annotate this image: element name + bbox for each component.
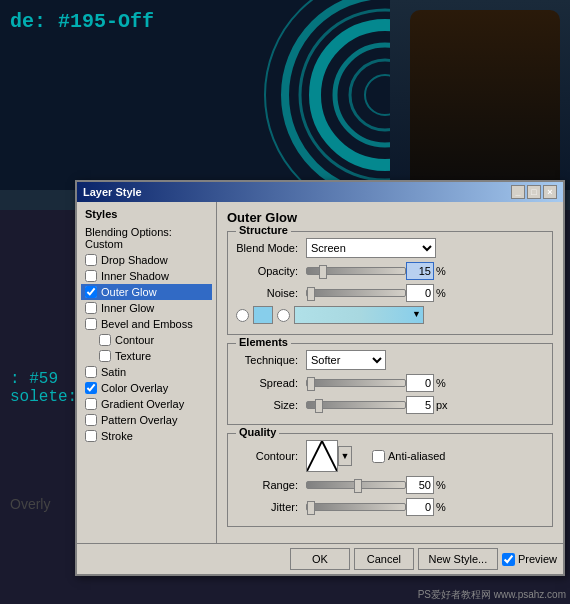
size-slider[interactable]: [306, 401, 406, 409]
svg-rect-7: [307, 441, 337, 471]
styles-header: Styles: [81, 206, 212, 222]
range-input[interactable]: 50: [406, 476, 434, 494]
size-row: Size: 5 px: [236, 396, 544, 414]
person-area: [390, 0, 570, 200]
dialog-title: Layer Style: [83, 186, 142, 198]
cancel-button[interactable]: Cancel: [354, 548, 414, 570]
contour-checkbox[interactable]: [99, 334, 111, 346]
elements-label: Elements: [236, 336, 291, 348]
anti-aliased-label: Anti-aliased: [372, 450, 445, 463]
sidebar-item-stroke[interactable]: Stroke: [81, 428, 212, 444]
sidebar-item-color-overlay[interactable]: Color Overlay: [81, 380, 212, 396]
gradient-overlay-checkbox[interactable]: [85, 398, 97, 410]
contour-row: Contour: ▼ Anti-aliased: [236, 440, 544, 472]
preview-checkbox[interactable]: [502, 553, 515, 566]
range-unit: %: [436, 479, 446, 491]
section-title: Outer Glow: [227, 210, 553, 225]
structure-group: Structure Blend Mode: Screen Normal Mult…: [227, 231, 553, 335]
opacity-label: Opacity:: [236, 265, 306, 277]
range-slider[interactable]: [306, 481, 406, 489]
minimize-button[interactable]: _: [511, 185, 525, 199]
gradient-swatch[interactable]: ▼: [294, 306, 424, 324]
noise-slider[interactable]: [306, 289, 406, 297]
quality-label: Quality: [236, 426, 279, 438]
bevel-emboss-checkbox[interactable]: [85, 318, 97, 330]
size-input[interactable]: 5: [406, 396, 434, 414]
dialog-footer: OK Cancel New Style... Preview: [77, 543, 563, 574]
blend-mode-select[interactable]: Screen Normal Multiply: [306, 238, 436, 258]
inner-shadow-checkbox[interactable]: [85, 270, 97, 282]
close-button[interactable]: ×: [543, 185, 557, 199]
noise-label: Noise:: [236, 287, 306, 299]
size-unit: px: [436, 399, 448, 411]
anti-aliased-checkbox[interactable]: [372, 450, 385, 463]
sidebar-item-inner-glow[interactable]: Inner Glow: [81, 300, 212, 316]
technique-label: Technique:: [236, 354, 306, 366]
sidebar-item-bevel-emboss[interactable]: Bevel and Emboss: [81, 316, 212, 332]
size-label: Size:: [236, 399, 306, 411]
dialog-titlebar: Layer Style _ □ ×: [77, 182, 563, 202]
quality-group: Quality Contour: ▼: [227, 433, 553, 527]
spread-input[interactable]: 0: [406, 374, 434, 392]
spread-unit: %: [436, 377, 446, 389]
sidebar-item-gradient-overlay[interactable]: Gradient Overlay: [81, 396, 212, 412]
gradient-arrow-icon: ▼: [412, 309, 421, 319]
contour-thumbnail[interactable]: [306, 440, 338, 472]
outer-glow-checkbox[interactable]: [85, 286, 97, 298]
contour-dropdown-button[interactable]: ▼: [338, 446, 352, 466]
spread-label: Spread:: [236, 377, 306, 389]
contour-svg: [307, 441, 337, 471]
spread-slider[interactable]: [306, 379, 406, 387]
bg-text1: de: #195-Off: [10, 10, 154, 33]
texture-checkbox[interactable]: [99, 350, 111, 362]
elements-group: Elements Technique: Softer Precise Sprea…: [227, 343, 553, 425]
watermark: PS爱好者教程网 www.psahz.com: [418, 588, 566, 602]
layer-style-dialog: Layer Style _ □ × Styles Blending Option…: [75, 180, 565, 576]
stroke-checkbox[interactable]: [85, 430, 97, 442]
color-row: ▼: [236, 306, 544, 324]
bg-text2: : #59 solete:: [10, 370, 77, 406]
maximize-button[interactable]: □: [527, 185, 541, 199]
structure-label: Structure: [236, 224, 291, 236]
gradient-radio[interactable]: [277, 309, 290, 322]
sidebar-item-contour[interactable]: Contour: [81, 332, 212, 348]
sidebar-item-blending-options[interactable]: Blending Options: Custom: [81, 224, 212, 252]
range-label: Range:: [236, 479, 306, 491]
sidebar-item-texture[interactable]: Texture: [81, 348, 212, 364]
opacity-input[interactable]: 15: [406, 262, 434, 280]
technique-row: Technique: Softer Precise: [236, 350, 544, 370]
sidebar-item-drop-shadow[interactable]: Drop Shadow: [81, 252, 212, 268]
jitter-input[interactable]: 0: [406, 498, 434, 516]
sidebar-item-inner-shadow[interactable]: Inner Shadow: [81, 268, 212, 284]
opacity-slider[interactable]: [306, 267, 406, 275]
solid-radio[interactable]: [236, 309, 249, 322]
sidebar-item-pattern-overlay[interactable]: Pattern Overlay: [81, 412, 212, 428]
range-row: Range: 50 %: [236, 476, 544, 494]
titlebar-buttons: _ □ ×: [511, 185, 557, 199]
preview-text: Preview: [518, 553, 557, 565]
sidebar-item-outer-glow[interactable]: Outer Glow: [81, 284, 212, 300]
inner-glow-checkbox[interactable]: [85, 302, 97, 314]
color-swatch[interactable]: [253, 306, 273, 324]
sidebar-item-satin[interactable]: Satin: [81, 364, 212, 380]
blend-mode-row: Blend Mode: Screen Normal Multiply: [236, 238, 544, 258]
opacity-unit: %: [436, 265, 446, 277]
satin-checkbox[interactable]: [85, 366, 97, 378]
overlay-text: Overly: [10, 496, 50, 512]
pattern-overlay-checkbox[interactable]: [85, 414, 97, 426]
color-overlay-checkbox[interactable]: [85, 382, 97, 394]
noise-unit: %: [436, 287, 446, 299]
technique-select[interactable]: Softer Precise: [306, 350, 386, 370]
left-panel: Styles Blending Options: Custom Drop Sha…: [77, 202, 217, 543]
anti-aliased-text: Anti-aliased: [388, 450, 445, 462]
preview-label: Preview: [502, 548, 557, 570]
drop-shadow-checkbox[interactable]: [85, 254, 97, 266]
ok-button[interactable]: OK: [290, 548, 350, 570]
new-style-button[interactable]: New Style...: [418, 548, 498, 570]
jitter-slider[interactable]: [306, 503, 406, 511]
jitter-label: Jitter:: [236, 501, 306, 513]
opacity-row: Opacity: 15 %: [236, 262, 544, 280]
noise-input[interactable]: 0: [406, 284, 434, 302]
jitter-unit: %: [436, 501, 446, 513]
dialog-body: Styles Blending Options: Custom Drop Sha…: [77, 202, 563, 543]
